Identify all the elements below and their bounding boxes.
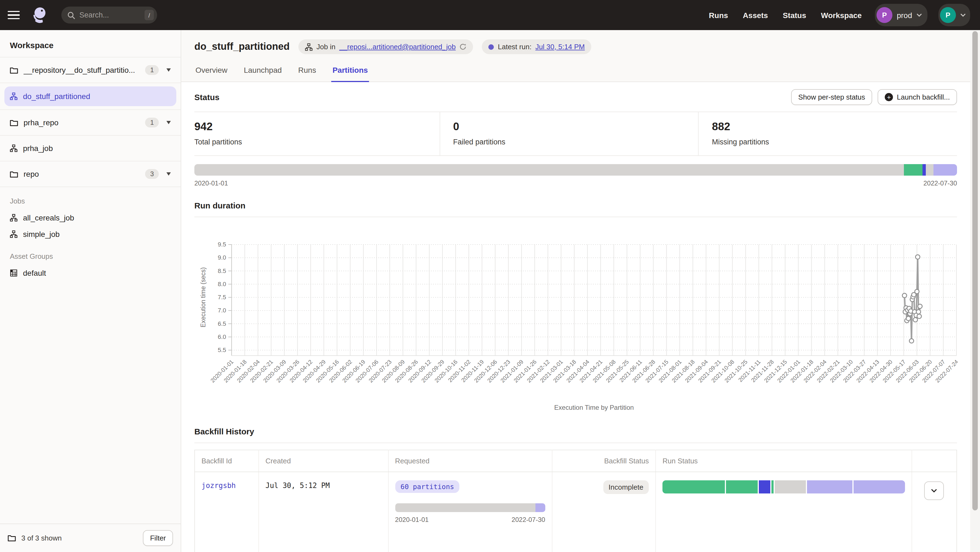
dagster-logo-icon[interactable]	[30, 5, 49, 25]
show-per-step-status-button[interactable]: Show per-step status	[791, 89, 872, 105]
page-header: do_stuff_partitioned Job in __reposi...a…	[181, 30, 970, 82]
y-tick-label: 7.0	[218, 307, 226, 314]
tab-overview[interactable]: Overview	[194, 62, 229, 82]
sidebar-item-default[interactable]: default	[0, 265, 181, 281]
job-origin-pill: Job in __reposi...artitioned@partitioned…	[298, 40, 473, 54]
tab-runs[interactable]: Runs	[297, 62, 317, 82]
bar-segment-green	[771, 480, 773, 493]
data-point-marker[interactable]	[915, 289, 919, 294]
requested-partitions-chip[interactable]: 60 partitions	[395, 480, 460, 493]
nav-link-assets[interactable]: Assets	[743, 11, 768, 19]
stat-value: 0	[453, 121, 698, 133]
nav-link-workspace[interactable]: Workspace	[821, 11, 862, 19]
stat-total-partitions: 942 Total partitions	[194, 112, 439, 155]
chevron-down-icon[interactable]	[166, 68, 171, 72]
nav-link-status[interactable]: Status	[783, 11, 806, 19]
folder-icon	[10, 170, 18, 178]
backfill-status-badge: Incomplete	[603, 480, 649, 494]
scrollbar-track[interactable]	[970, 30, 980, 552]
launch-backfill-button[interactable]: + Launch backfill...	[878, 89, 957, 105]
stat-value: 882	[712, 121, 957, 133]
reload-icon[interactable]	[460, 43, 467, 50]
repo-count-badge: 1	[145, 65, 159, 75]
expand-row-button[interactable]	[924, 481, 944, 500]
data-point-marker[interactable]	[916, 310, 921, 314]
stat-label: Failed partitions	[453, 138, 698, 146]
sidebar-repo-prha-repo[interactable]: prha_repo 1	[0, 110, 181, 136]
chevron-down-icon[interactable]	[166, 172, 171, 176]
workspace-sidebar: Workspace __repository__do_stuff_partiti…	[0, 30, 181, 552]
repo-count-badge: 3	[145, 169, 159, 179]
data-point-marker[interactable]	[915, 255, 920, 259]
job-icon	[10, 144, 18, 152]
filter-button[interactable]: Filter	[143, 530, 173, 546]
created-timestamp: Jul 30, 5:12 PM	[266, 481, 330, 490]
mini-range-end: 2022-07-30	[512, 516, 545, 523]
requested-cell: 60 partitions 2020-01-01 2022-07-30	[388, 472, 552, 552]
sidebar-item-simple-job[interactable]: simple_job	[0, 226, 181, 242]
sidebar-repo-repository-do-stuff-partitio[interactable]: __repository__do_stuff_partitio... 1	[0, 57, 181, 83]
stat-value: 942	[194, 121, 439, 133]
column-header-backfill-id: Backfill Id	[195, 450, 259, 472]
bar-segment-lavender	[535, 503, 545, 512]
run-status-dot	[488, 44, 494, 49]
deployment-switcher[interactable]: P prod	[875, 4, 928, 26]
data-point-marker[interactable]	[909, 339, 914, 343]
sidebar-item-wrap: do_stuff_partitioned	[0, 83, 181, 110]
sidebar-sections: Jobs all_cereals_job simple_job Asset Gr…	[0, 187, 181, 281]
bar-segment-green	[904, 164, 922, 176]
run-duration-chart[interactable]: 2020-01-012020-01-182020-02-042020-02-21…	[194, 217, 958, 415]
data-point-marker[interactable]	[918, 304, 922, 309]
partition-range-end: 2022-07-30	[923, 179, 957, 187]
stat-label: Total partitions	[194, 138, 439, 146]
sidebar-item-all-cereals-job[interactable]: all_cereals_job	[0, 209, 181, 226]
sidebar-job-prha-job[interactable]: prha_job	[0, 136, 181, 162]
y-axis-title: Execution time (secs)	[200, 267, 207, 327]
search-shortcut-key: /	[145, 10, 154, 20]
run-duration-title: Run duration	[194, 201, 957, 217]
column-header-created: Created	[259, 450, 388, 472]
partition-range-start: 2020-01-01	[194, 179, 228, 187]
y-tick-label: 5.5	[218, 347, 226, 354]
y-tick-label: 8.5	[218, 268, 226, 274]
stat-missing-partitions: 882 Missing partitions	[698, 112, 957, 155]
run-status-bar[interactable]	[662, 480, 905, 493]
sidebar-job-do-stuff-partitioned-selected[interactable]: do_stuff_partitioned	[5, 86, 176, 106]
y-tick-label: 9.5	[218, 241, 226, 248]
job-icon	[305, 43, 313, 51]
data-point-marker[interactable]	[906, 316, 910, 320]
user-menu[interactable]: P	[939, 4, 970, 26]
folder-icon	[10, 119, 18, 126]
latest-run-link[interactable]: Jul 30, 5:14 PM	[535, 43, 585, 51]
backfill-id-link[interactable]: jozrgsbh	[202, 481, 236, 490]
bar-segment-green	[726, 480, 758, 493]
partition-stats: 942 Total partitions 0 Failed partitions…	[194, 112, 957, 156]
scrollbar-thumb[interactable]	[972, 31, 978, 511]
nav-link-runs[interactable]: Runs	[709, 11, 728, 19]
job-pill-prefix: Job in	[317, 43, 335, 51]
job-origin-link[interactable]: __reposi...artitioned@partitioned_job	[339, 43, 455, 51]
sidebar-repo-repo[interactable]: repo 3	[0, 162, 181, 187]
main-panel: do_stuff_partitioned Job in __reposi...a…	[181, 30, 970, 552]
tab-launchpad[interactable]: Launchpad	[243, 62, 283, 82]
data-point-marker[interactable]	[913, 317, 918, 322]
bar-segment-gray	[194, 164, 904, 176]
sidebar-footer: 3 of 3 shown Filter	[0, 523, 181, 552]
data-point-marker[interactable]	[902, 293, 907, 298]
column-header-actions	[912, 450, 957, 472]
tab-bar: OverviewLaunchpadRunsPartitions	[194, 62, 957, 81]
repo-count-badge: 1	[145, 117, 159, 127]
chevron-down-icon	[916, 13, 922, 17]
hamburger-menu-icon[interactable]	[8, 11, 20, 19]
column-header-backfill-status: Backfill Status	[552, 450, 656, 472]
search-icon	[67, 11, 75, 19]
tab-partitions[interactable]: Partitions	[331, 62, 369, 82]
bar-segment-lavender	[807, 480, 852, 493]
search-input[interactable]: Search... /	[61, 6, 157, 24]
sidebar-section-asset-groups: Asset Groups	[0, 242, 181, 265]
mini-range-start: 2020-01-01	[395, 516, 429, 523]
chevron-down-icon[interactable]	[166, 121, 171, 124]
partition-status-bar[interactable]	[194, 164, 957, 176]
table-row: jozrgsbhJul 30, 5:12 PM 60 partitions 20…	[195, 472, 957, 552]
data-point-marker[interactable]	[917, 314, 921, 319]
